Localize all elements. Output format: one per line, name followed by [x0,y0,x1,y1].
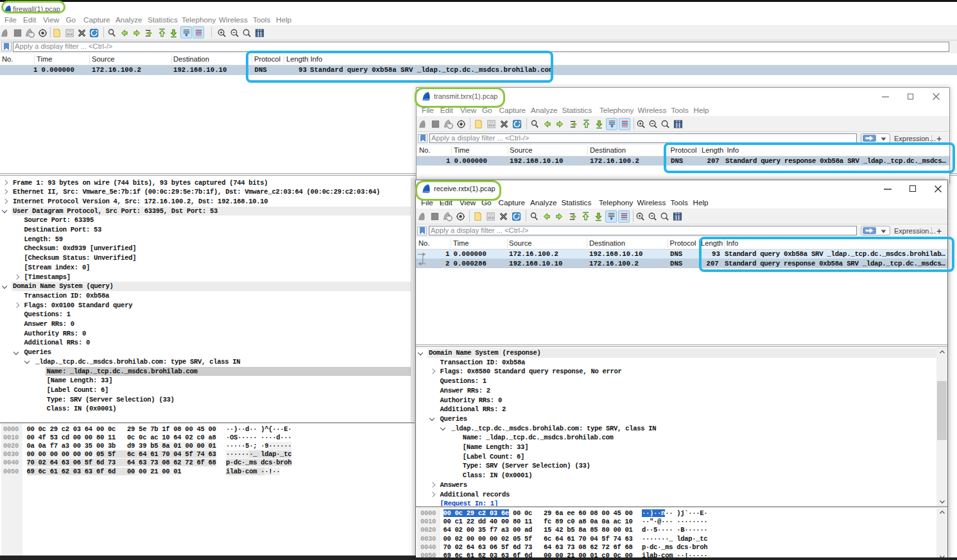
svg-text:010: 010 [488,216,494,219]
svg-text:010: 010 [67,32,73,35]
svg-text:010: 010 [488,124,494,127]
